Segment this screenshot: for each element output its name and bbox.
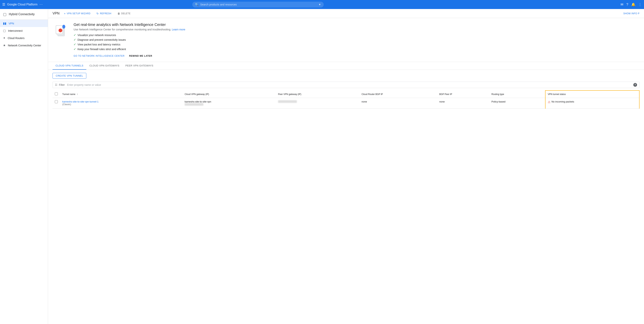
tab-peer-vpn-gateways[interactable]: PEER VPN GATEWAYS <box>122 62 156 70</box>
tab-cloud-vpn-gateways[interactable]: CLOUD VPN GATEWAYS <box>86 62 122 70</box>
search-input[interactable] <box>200 3 317 6</box>
cloud-vpn-gw-ip <box>185 103 204 106</box>
vpn-icon: ▮▮ <box>3 22 6 25</box>
status-error-icon: ⚠ <box>548 100 550 104</box>
promo-title: Get real-time analytics with Network Int… <box>74 22 638 27</box>
check-icon-4: ✓ <box>74 47 76 51</box>
help-icon[interactable]: ? <box>626 3 628 6</box>
check-icon-3: ✓ <box>74 42 76 46</box>
tunnel-name-cell: kameshs-site-to-site-vpn-tunnel-1 (Class… <box>60 98 182 109</box>
delete-icon: 🗑 <box>118 12 120 15</box>
interconnect-icon: ▢ <box>3 29 6 32</box>
feature-2: ✓ Diagnose and prevent connectivity issu… <box>74 38 638 42</box>
vpn-setup-wizard-button[interactable]: + VPN SETUP WIZARD <box>62 11 92 16</box>
search-icon: 🔍 <box>195 3 199 6</box>
page-header: VPN + VPN SETUP WIZARD ↻ REFRESH 🗑 DELET… <box>48 9 644 18</box>
status-text: No incoming packets <box>552 100 574 103</box>
filter-input[interactable] <box>67 83 632 86</box>
hybrid-connectivity-icon: ▢ <box>3 12 6 16</box>
refresh-icon: ↻ <box>96 12 99 15</box>
peer-vpn-gw-ip <box>278 100 297 103</box>
create-vpn-tunnel-button[interactable]: CREATE VPN TUNNEL <box>52 73 86 79</box>
tabs-bar: CLOUD VPN TUNNELS CLOUD VPN GATEWAYS PEE… <box>48 62 644 70</box>
remind-later-button[interactable]: REMIND ME LATER <box>129 55 152 57</box>
sidebar-header-title: Hybrid Connectivity <box>9 12 35 16</box>
col-header-routing-type: Routing type <box>489 90 545 98</box>
menu-icon[interactable]: ☰ <box>2 2 5 6</box>
vpn-tunnel-status-cell: ⚠ No incoming packets <box>545 98 639 109</box>
check-icon-2: ✓ <box>74 38 76 42</box>
top-navigation: ☰ Google Cloud Platform ⋅⋅⋅ 🔍 ▼ ✉ ? 🔔 ⋮ <box>0 0 644 9</box>
promo-desc: Use Network Intelligence Center for comp… <box>74 28 638 31</box>
delete-button[interactable]: 🗑 DELETE <box>116 11 132 16</box>
cloud-vpn-gw-cell: kameshs-site-to-site-vpn <box>182 98 276 109</box>
col-header-vpn-tunnel-status: VPN tunnel status <box>545 90 639 98</box>
page-title: VPN <box>52 12 60 16</box>
table-row: kameshs-site-to-site-vpn-tunnel-1 (Class… <box>52 98 639 109</box>
sidebar: ▢ Hybrid Connectivity ▮▮ VPN ▢ Interconn… <box>0 9 48 324</box>
filter-help-icon[interactable]: ? <box>633 83 637 87</box>
notifications-icon[interactable]: 🔔 <box>631 2 635 6</box>
sidebar-item-cloud-routers[interactable]: ✦ Cloud Routers <box>0 34 48 42</box>
sidebar-item-ncc[interactable]: ★ Network Connectivity Center <box>0 42 48 49</box>
refresh-button[interactable]: ↻ REFRESH <box>95 11 113 16</box>
col-header-peer-vpn-gw: Peer VPN gateway (IP) <box>276 90 359 98</box>
row-checkbox-cell <box>52 98 60 109</box>
sidebar-header: ▢ Hybrid Connectivity <box>0 9 48 20</box>
sidebar-item-label-vpn: VPN <box>9 22 14 25</box>
show-info-panel-button[interactable]: SHOW INFO P <box>623 12 640 15</box>
promo-banner: Get real-time analytics with Network Int… <box>48 18 644 62</box>
col-header-cloud-vpn-gw: Cloud VPN gateway (IP) <box>182 90 276 98</box>
search-bar[interactable]: 🔍 ▼ <box>192 2 324 8</box>
peer-vpn-gw-cell <box>276 98 359 109</box>
sidebar-item-label-ncc: Network Connectivity Center <box>8 44 41 47</box>
cloud-vpn-gw-name: kameshs-site-to-site-vpn <box>185 100 274 103</box>
tunnel-name-link[interactable]: kameshs-site-to-site-vpn-tunnel-1 <box>62 100 180 103</box>
sidebar-item-vpn[interactable]: ▮▮ VPN <box>0 20 48 27</box>
sort-icon[interactable]: ↑ <box>77 93 78 96</box>
tab-cloud-vpn-tunnels[interactable]: CLOUD VPN TUNNELS <box>52 62 86 70</box>
col-header-bgp-peer-ip: BGP Peer IP <box>437 90 489 98</box>
brand-name: Google Cloud Platform <box>7 3 38 6</box>
table-header-checkbox <box>52 90 60 98</box>
sidebar-item-label-interconnect: Interconnect <box>8 29 22 32</box>
row-checkbox[interactable] <box>55 100 58 103</box>
check-icon-1: ✓ <box>74 33 76 37</box>
cloud-routers-icon: ✦ <box>3 36 6 40</box>
filter-row: ☷ Filter ? <box>52 82 640 88</box>
promo-illustration <box>54 22 69 38</box>
filter-icon: ☷ <box>55 83 58 86</box>
svg-point-5 <box>58 28 62 32</box>
sidebar-item-label-cloud-routers: Cloud Routers <box>8 36 24 40</box>
go-to-nic-button[interactable]: GO TO NETWORK INTELLIGENCE CENTER <box>74 55 124 57</box>
more-vert-icon[interactable]: ⋮ <box>638 2 642 6</box>
feature-4: ✓ Keep your firewall rules strict and ef… <box>74 47 638 51</box>
filter-label: Filter <box>59 83 65 86</box>
email-icon[interactable]: ✉ <box>620 2 623 6</box>
col-header-tunnel-name: Tunnel name ↑ <box>60 90 182 98</box>
cloud-router-bgp-ip-cell: none <box>359 98 437 109</box>
col-header-cloud-router-bgp-ip: Cloud Router BGP IP <box>359 90 437 98</box>
promo-content: Get real-time analytics with Network Int… <box>74 22 638 57</box>
select-all-checkbox[interactable] <box>55 92 58 95</box>
promo-actions: GO TO NETWORK INTELLIGENCE CENTER REMIND… <box>74 55 638 57</box>
search-dropdown-icon[interactable]: ▼ <box>318 3 321 6</box>
routing-type-cell: Policy-based <box>489 98 545 109</box>
bgp-peer-ip-cell: none <box>437 98 489 109</box>
ncc-icon: ★ <box>3 44 6 47</box>
table-area: CREATE VPN TUNNEL ☷ Filter ? Tunnel name <box>48 70 644 112</box>
feature-1: ✓ Visualize your network resources <box>74 33 638 37</box>
sidebar-item-interconnect[interactable]: ▢ Interconnect <box>0 27 48 34</box>
feature-3: ✓ View packet loss and latency metrics <box>74 42 638 46</box>
tunnel-sub-label: (Classic) <box>62 103 180 106</box>
dots-icon[interactable]: ⋅⋅⋅ <box>40 2 43 6</box>
main-content: VPN + VPN SETUP WIZARD ↻ REFRESH 🗑 DELET… <box>48 9 644 324</box>
learn-more-link[interactable]: Learn more <box>172 28 186 31</box>
add-icon: + <box>64 12 66 15</box>
promo-features: ✓ Visualize your network resources ✓ Dia… <box>74 33 638 51</box>
data-table: Tunnel name ↑ Cloud VPN gateway (IP) Pee… <box>52 90 640 109</box>
